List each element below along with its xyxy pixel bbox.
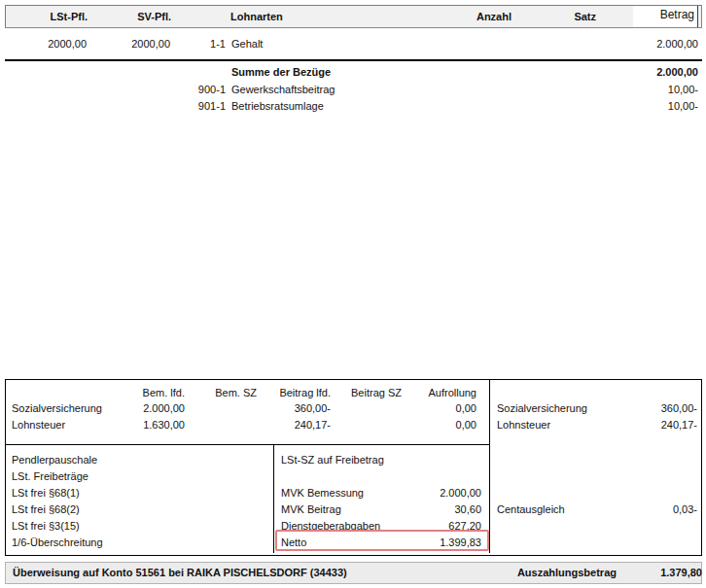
- sv-col-header-bem-lfd: Bem. lfd.: [107, 386, 185, 399]
- sum-value: 2.000,00: [583, 65, 698, 79]
- wage-row-sv-pfl: 2000,00: [102, 37, 170, 51]
- pendler-line: 1/6-Überschreitung: [12, 536, 103, 549]
- summary-row-label: Lohnsteuer: [497, 418, 550, 432]
- payout-value: 1.379,80: [628, 566, 702, 579]
- deduction-name: Betriebsratsumlage: [231, 99, 324, 113]
- sum-divider-rule: [5, 59, 702, 61]
- deduction-name: Gewerkschaftsbeitrag: [231, 83, 335, 96]
- header-lst-pfl: LSt-Pfl.: [6, 10, 88, 23]
- centausgleich-label: Centausgleich: [497, 502, 565, 516]
- pendler-line: Pendlerpauschale: [12, 453, 97, 467]
- divider-vertical-main: [489, 380, 490, 553]
- deduction-value: 10,00-: [583, 99, 698, 113]
- pendler-line: LSt frei §68(1): [12, 486, 80, 500]
- sv-row-label: Sozialversicherung: [12, 401, 102, 415]
- calculation-box: Bem. lfd. Bem. SZ Beitrag lfd. Beitrag S…: [5, 379, 702, 556]
- header-anzahl: Anzahl: [424, 10, 512, 23]
- payout-label: Auszahlungsbetrag: [414, 566, 617, 579]
- wage-row-lst-pfl: 2000,00: [5, 37, 87, 51]
- deduction-code: 901-1: [180, 99, 226, 113]
- deduction-value: 10,00-: [583, 83, 698, 96]
- wage-row-code: 1-1: [180, 37, 226, 51]
- centausgleich-value: 0,03-: [590, 502, 697, 516]
- payslip-page: LSt-Pfl. SV-Pfl. Lohnarten Anzahl Satz B…: [0, 0, 706, 588]
- header-satz: Satz: [536, 10, 596, 23]
- lstsz-row-value: 30,60: [384, 502, 481, 516]
- sv-row-aufrollung: 0,00: [408, 418, 477, 432]
- sum-label: Summe der Bezüge: [231, 65, 331, 79]
- lstsz-row-value: 2.000,00: [384, 486, 481, 500]
- divider-vertical-sub: [273, 444, 274, 553]
- summary-row-label: Sozialversicherung: [497, 401, 587, 415]
- summary-row-value: 360,00-: [590, 401, 697, 415]
- sv-row-bem-lfd: 1.630,00: [107, 418, 185, 432]
- netto-value: 1.399,83: [384, 536, 481, 549]
- header-sv-pfl: SV-Pfl.: [103, 10, 171, 23]
- sv-row-beitrag-lfd: 240,17-: [253, 418, 331, 432]
- lstsz-title: LSt-SZ auf Freibetrag: [281, 453, 384, 467]
- pendler-line: LSt frei §3(15): [12, 519, 80, 533]
- sv-col-header-beitrag-sz: Beitrag SZ: [334, 386, 402, 399]
- header-betrag: Betrag: [633, 6, 698, 27]
- pendler-line: LSt frei §68(2): [12, 502, 80, 516]
- wage-row-name: Gehalt: [231, 37, 263, 51]
- pendler-line: LSt. Freibeträge: [12, 469, 88, 483]
- sv-row-bem-lfd: 2.000,00: [107, 401, 185, 415]
- wage-row-betrag: 2.000,00: [583, 37, 698, 51]
- sv-col-header-bem-sz: Bem. SZ: [189, 386, 257, 399]
- sv-row-label: Lohnsteuer: [12, 418, 65, 432]
- payout-bar: Überweisung auf Konto 51561 bei RAIKA PI…: [5, 562, 702, 584]
- sv-col-header-beitrag-lfd: Beitrag lfd.: [253, 386, 331, 399]
- netto-label: Netto: [281, 536, 306, 549]
- transfer-text: Überweisung auf Konto 51561 bei RAIKA PI…: [13, 566, 347, 579]
- header-lohnarten: Lohnarten: [230, 10, 283, 23]
- sv-col-header-aufrollung: Aufrollung: [408, 386, 477, 399]
- sv-row-beitrag-lfd: 360,00-: [253, 401, 331, 415]
- divider-horizontal: [6, 444, 490, 445]
- lstsz-row-label: MVK Beitrag: [281, 502, 341, 516]
- summary-row-value: 240,17-: [590, 418, 697, 432]
- deduction-code: 900-1: [180, 83, 226, 96]
- lstsz-row-label: MVK Bemessung: [281, 486, 364, 500]
- column-header-bar: LSt-Pfl. SV-Pfl. Lohnarten Anzahl Satz B…: [5, 5, 702, 28]
- sv-row-aufrollung: 0,00: [408, 401, 477, 415]
